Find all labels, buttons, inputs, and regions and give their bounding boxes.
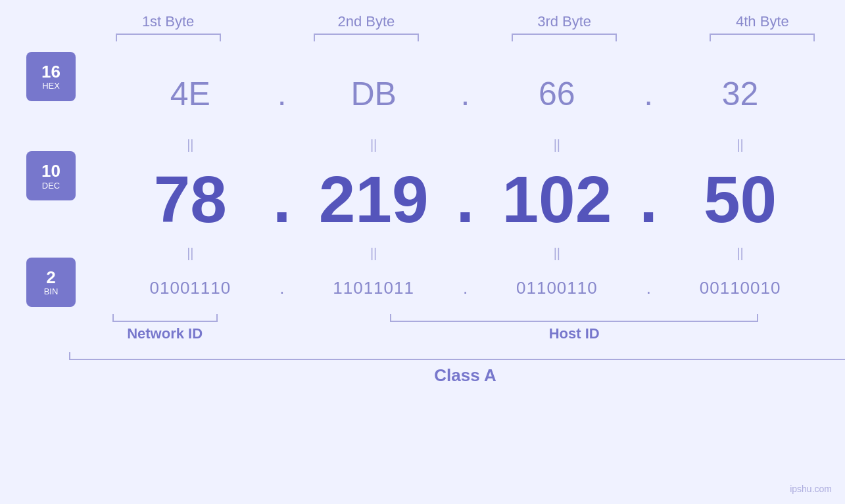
dec-row: 78 . 219 . 102 . 50 (112, 156, 819, 242)
class-section: Class A (69, 352, 845, 386)
bracket-top-2 (314, 34, 419, 41)
bin-byte-4: 00110010 (662, 278, 819, 298)
eq-2-4: || (662, 246, 819, 261)
badges-column: 16 HEX 10 DEC 2 BIN (26, 55, 112, 311)
hex-byte-1: 4E (112, 75, 269, 113)
data-section: 16 HEX 10 DEC 2 BIN 4E (26, 55, 819, 311)
eq-2-2: || (295, 246, 452, 261)
bottom-brackets (69, 314, 845, 322)
hex-dot-1: . (269, 75, 295, 113)
hex-dot-2: . (452, 75, 479, 113)
data-rows: 4E . DB . 66 . 32 || || || || 78 (112, 55, 819, 311)
bin-byte-3: 01100110 (479, 278, 636, 298)
dec-byte-4: 50 (662, 166, 819, 232)
hex-badge-wrapper: 16 HEX (26, 57, 112, 135)
bin-dot-3: . (635, 278, 662, 298)
class-bracket (69, 352, 845, 360)
eq-2-1: || (112, 246, 269, 261)
bin-byte-2: 11011011 (295, 278, 452, 298)
dec-badge-wrapper: 10 DEC (26, 140, 112, 252)
eq-1-3: || (479, 137, 636, 152)
host-id-label: Host ID (287, 325, 845, 342)
hex-badge-label: HEX (42, 81, 60, 91)
bracket-top-1 (116, 34, 221, 41)
bracket-top-3 (512, 34, 617, 41)
hex-byte-2: DB (295, 75, 452, 113)
dec-badge: 10 DEC (26, 151, 76, 200)
bin-badge-label: BIN (44, 286, 59, 296)
byte-header-1: 1st Byte (69, 13, 267, 30)
eq-2-3: || (479, 246, 636, 261)
id-labels: Network ID Host ID (69, 325, 845, 342)
dec-byte-1: 78 (112, 166, 269, 232)
hex-dot-3: . (635, 75, 662, 113)
byte-header-4: 4th Byte (664, 13, 845, 30)
hex-badge: 16 HEX (26, 52, 76, 101)
watermark: ipshu.com (790, 484, 832, 494)
dec-dot-3: . (635, 162, 662, 237)
hex-byte-4: 32 (662, 75, 819, 113)
equals-row-2: || || || || (112, 242, 819, 265)
hex-row: 4E . DB . 66 . 32 (112, 55, 819, 133)
byte-header-3: 3rd Byte (466, 13, 664, 30)
eq-1-1: || (112, 137, 269, 152)
byte-headers-row: 1st Byte 2nd Byte 3rd Byte 4th Byte (69, 13, 845, 30)
bracket-host (390, 314, 758, 322)
main-container: 1st Byte 2nd Byte 3rd Byte 4th Byte 16 H… (0, 0, 845, 504)
hex-badge-number: 16 (41, 62, 60, 81)
bracket-top-4 (710, 34, 815, 41)
hex-byte-3: 66 (479, 75, 636, 113)
eq-1-4: || (662, 137, 819, 152)
eq-1-2: || (295, 137, 452, 152)
bin-byte-1: 01001110 (112, 278, 269, 298)
equals-row-1: || || || || (112, 133, 819, 156)
bin-row: 01001110 . 11011011 . 01100110 . 0011001… (112, 265, 819, 311)
dec-byte-3: 102 (479, 166, 636, 232)
bin-dot-2: . (452, 278, 479, 298)
dec-dot-2: . (452, 162, 479, 237)
class-label: Class A (69, 365, 845, 386)
byte-header-2: 2nd Byte (267, 13, 465, 30)
bin-dot-1: . (269, 278, 295, 298)
dec-byte-2: 219 (295, 166, 452, 232)
top-brackets (69, 34, 845, 41)
dec-dot-1: . (269, 162, 295, 237)
network-id-label: Network ID (69, 325, 260, 342)
bracket-network (112, 314, 218, 322)
bin-badge: 2 BIN (26, 258, 76, 307)
bin-badge-wrapper: 2 BIN (26, 256, 112, 309)
dec-badge-number: 10 (41, 162, 60, 181)
bin-badge-number: 2 (46, 268, 55, 287)
bottom-section: Network ID Host ID (69, 314, 845, 349)
dec-badge-label: DEC (42, 181, 60, 191)
